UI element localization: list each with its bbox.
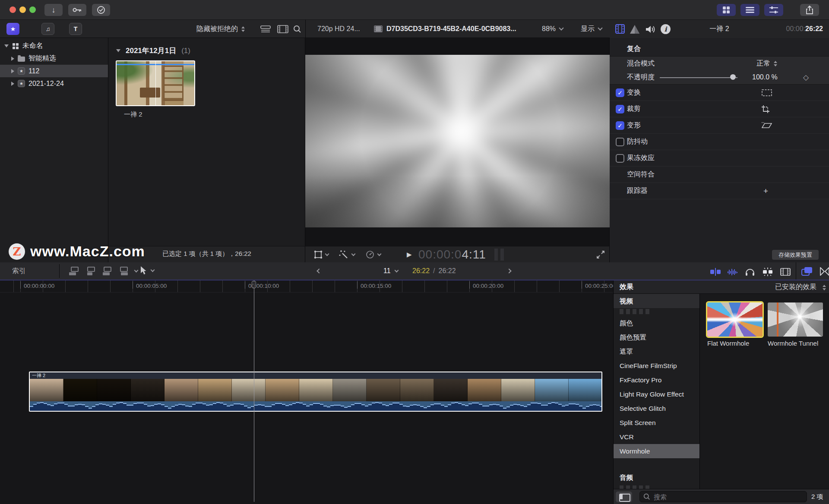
effects-category-Wormhole[interactable]: Wormhole xyxy=(614,444,699,458)
effects-category-音频[interactable]: 音频 xyxy=(614,470,699,485)
timeline-clip[interactable]: 一禅 2 xyxy=(29,372,602,412)
inspector-row-防抖动[interactable]: 防抖动 xyxy=(610,134,829,150)
sidebar-item-智能精选[interactable]: 智能精选 xyxy=(0,52,108,65)
insert-edit-icon[interactable] xyxy=(85,267,96,275)
append-edit-icon[interactable] xyxy=(102,267,112,275)
chevron-down-icon[interactable] xyxy=(134,268,139,273)
audio-meter[interactable] xyxy=(500,249,504,261)
sidebar-item-112[interactable]: ★112 xyxy=(0,65,108,77)
effect-thumbnail-Wormhole Tunnel[interactable] xyxy=(768,302,823,337)
effects-category-遮罩[interactable]: 遮罩 xyxy=(614,344,699,359)
clip-thumbnail[interactable] xyxy=(116,60,195,106)
checkbox-变换[interactable]: ✓ xyxy=(616,88,624,97)
opacity-value[interactable]: 100.0 % xyxy=(752,73,778,81)
zoom-dropdown[interactable]: 88% xyxy=(542,20,563,38)
fullscreen-button[interactable] xyxy=(29,6,36,13)
inspector-row-变形[interactable]: ✓变形 xyxy=(610,117,829,134)
audio-skimming-icon[interactable] xyxy=(728,268,738,276)
fullscreen-viewer-button[interactable] xyxy=(597,251,604,258)
hide-rejected-filter[interactable]: 隐藏被拒绝的 xyxy=(196,20,245,38)
task-check-icon[interactable] xyxy=(92,4,110,16)
connect-edit-icon[interactable] xyxy=(69,267,79,275)
installed-effects-dropdown[interactable]: 已安装的效果 xyxy=(775,283,816,292)
checkbox-裁剪[interactable]: ✓ xyxy=(616,105,624,113)
play-button[interactable]: ▶ xyxy=(407,246,412,263)
waveform-bar xyxy=(178,404,182,411)
updown-arrows-icon[interactable] xyxy=(823,285,826,290)
checkbox-防抖动[interactable] xyxy=(616,138,624,146)
enhancements-dropdown[interactable] xyxy=(339,246,355,263)
sidebar-item-2021-12-24[interactable]: ★2021-12-24 xyxy=(0,77,108,90)
disclosure-triangle-icon[interactable] xyxy=(11,69,14,73)
snapping-icon[interactable] xyxy=(762,268,773,276)
effects-category-Light Ray Glow Effect[interactable]: Light Ray Glow Effect xyxy=(614,387,699,401)
effects-search-field[interactable] xyxy=(639,491,807,502)
audio-meter[interactable] xyxy=(494,249,498,261)
filmstrip-view-button[interactable] xyxy=(277,25,288,33)
layout-sliders-button[interactable] xyxy=(764,4,783,16)
zoom-level-label: 88% xyxy=(542,25,556,33)
save-effects-preset-button[interactable]: 存储效果预置 xyxy=(772,250,819,260)
transform-tool-dropdown[interactable] xyxy=(314,246,329,263)
clip-appearance-button[interactable] xyxy=(260,25,271,33)
opacity-slider-track[interactable] xyxy=(660,77,737,78)
inspector-row-不透明度[interactable]: 不透明度100.0 %◇ xyxy=(610,70,829,84)
photos-audio-icon[interactable]: ♫ xyxy=(41,23,54,35)
display-dropdown[interactable]: 显示 xyxy=(581,20,602,38)
close-button[interactable] xyxy=(9,6,16,13)
share-button[interactable] xyxy=(800,4,819,16)
playhead-handle[interactable] xyxy=(252,281,256,288)
effects-category-FxFactory Pro[interactable]: FxFactory Pro xyxy=(614,373,699,387)
media-import-icon[interactable]: ★ xyxy=(6,23,19,35)
effects-sidebar-toggle-button[interactable] xyxy=(616,491,632,502)
effects-category-颜色预置[interactable]: 颜色预置 xyxy=(614,330,699,344)
titles-generators-icon[interactable]: T xyxy=(69,23,82,35)
next-page-button[interactable] xyxy=(507,262,511,280)
video-canvas[interactable] xyxy=(305,55,610,227)
browser-search-button[interactable] xyxy=(293,25,301,33)
keyframe-diamond-icon[interactable]: ◇ xyxy=(803,73,809,82)
effects-category-VCR[interactable]: VCR xyxy=(614,430,699,444)
overwrite-edit-icon[interactable] xyxy=(118,267,129,275)
effects-category-颜色[interactable]: 颜色 xyxy=(614,316,699,330)
add-tracker-button[interactable]: + xyxy=(763,186,768,196)
chevron-right-icon xyxy=(506,268,511,273)
disclosure-triangle-icon[interactable] xyxy=(4,44,9,47)
retime-dropdown[interactable] xyxy=(366,246,381,263)
inspector-row-裁剪[interactable]: ✓裁剪 xyxy=(610,101,829,117)
page-dropdown[interactable]: 11 xyxy=(383,262,398,280)
blend-mode-select[interactable]: 正常 xyxy=(756,59,777,68)
opacity-slider-handle[interactable] xyxy=(730,74,736,80)
browser-group-header[interactable]: 2021年12月1日 (1) xyxy=(116,46,190,56)
inspector-row-混合模式[interactable]: 混合模式正常 xyxy=(610,57,829,70)
timeline-filmstrip-icon[interactable] xyxy=(780,268,791,276)
sidebar-item-未命名[interactable]: 未命名 xyxy=(0,40,108,52)
disclosure-triangle-icon[interactable] xyxy=(11,82,14,86)
layout-grid-button[interactable] xyxy=(717,4,736,16)
checkbox-变形[interactable]: ✓ xyxy=(616,121,624,130)
layout-list-button[interactable] xyxy=(740,4,759,16)
inspector-row-变换[interactable]: ✓变换 xyxy=(610,85,829,101)
solo-headphones-icon[interactable] xyxy=(745,267,755,277)
effects-category-Split Screen[interactable]: Split Screen xyxy=(614,416,699,430)
minimize-button[interactable] xyxy=(19,6,26,13)
key-icon[interactable] xyxy=(68,4,86,16)
trim-tool-icon[interactable] xyxy=(710,268,721,276)
search-input[interactable] xyxy=(654,493,803,501)
effects-category-视频[interactable]: 视频 xyxy=(614,294,699,308)
effects-browser-icon[interactable] xyxy=(801,267,813,276)
disclosure-triangle-icon[interactable] xyxy=(116,49,120,52)
effects-category-CineFlare FilmStrip[interactable]: CineFlare FilmStrip xyxy=(614,359,699,373)
disclosure-triangle-icon[interactable] xyxy=(11,57,14,61)
transitions-browser-icon[interactable] xyxy=(820,267,829,276)
effects-category-Selective Glitch[interactable]: Selective Glitch xyxy=(614,401,699,416)
index-button[interactable]: 索引 xyxy=(12,262,26,280)
effect-thumbnail-Flat Wormhole[interactable] xyxy=(707,302,763,337)
prev-page-button[interactable] xyxy=(317,262,321,280)
checkbox-果冻效应[interactable] xyxy=(616,154,624,163)
playhead-line[interactable] xyxy=(254,280,254,502)
timeline-ruler[interactable]: 00:00:00:0000:00:05:0000:00:10:0000:00:1… xyxy=(0,280,613,293)
tools-dropdown[interactable] xyxy=(139,266,154,275)
download-icon[interactable]: ↓ xyxy=(44,4,63,16)
inspector-row-果冻效应[interactable]: 果冻效应 xyxy=(610,150,829,167)
